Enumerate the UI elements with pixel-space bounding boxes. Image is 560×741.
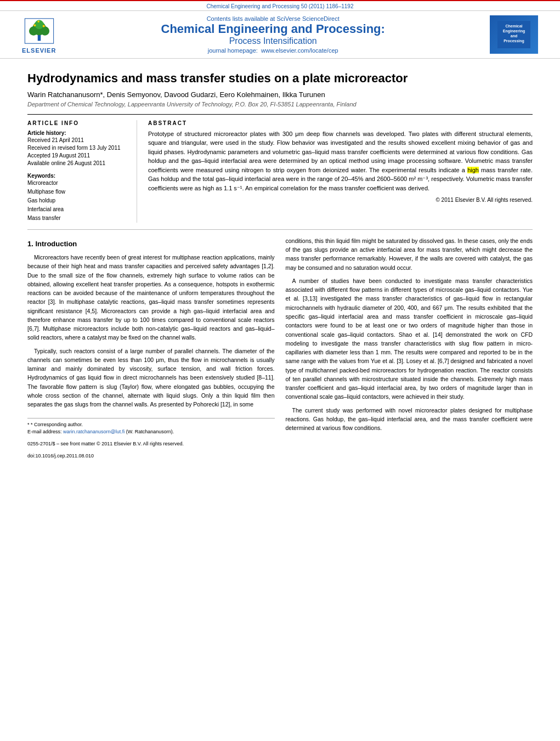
intro-para-4: A number of studies have been conducted …	[286, 276, 533, 401]
abstract-col: ABSTRACT Prototype of structured microre…	[148, 120, 533, 223]
homepage-label: journal homepage:	[208, 47, 258, 54]
bottom-issn: 0255-2701/$ – see front matter © 2011 El…	[27, 440, 275, 448]
article-body: Hydrodynamics and mass transfer studies …	[0, 71, 560, 460]
history-label: Article history:	[27, 130, 129, 136]
article-info-heading: ARTICLE INFO	[27, 120, 129, 126]
keyword-1: Microreactor	[27, 179, 129, 188]
footnote-corresponding: * * Corresponding author.	[27, 421, 275, 429]
footnote-email-name: (W. Ratchananusorn).	[126, 429, 174, 434]
article-title: Hydrodynamics and mass transfer studies …	[27, 71, 533, 86]
accepted-date: Accepted 19 August 2011	[27, 152, 129, 160]
journal-logo-icon: Chemical Engineering and Processing	[497, 21, 530, 48]
article-info-abstract: ARTICLE INFO Article history: Received 2…	[27, 114, 533, 223]
svg-text:Processing: Processing	[504, 39, 524, 43]
main-col-right: conditions, this thin liquid film might …	[286, 236, 533, 460]
intro-para-1: Microreactors have recently been of grea…	[27, 253, 275, 342]
keyword-5: Mass transfer	[27, 214, 129, 223]
journal-homepage: journal homepage: www.elsevier.com/locat…	[56, 47, 490, 54]
article-affiliation: Department of Chemical Technology, Lappe…	[27, 101, 533, 108]
journal-header: ELSEVIER Contents lists available at Sci…	[0, 10, 560, 59]
journal-title-line1: Chemical Engineering and Processing:	[56, 22, 490, 36]
intro-para-3: conditions, this thin liquid film might …	[286, 236, 533, 272]
highlight-high: high	[467, 167, 479, 173]
keyword-4: Interfacial area	[27, 205, 129, 214]
keywords-label: Keywords:	[27, 173, 129, 179]
sciverse-text: Contents lists available at SciVerse Sci…	[56, 15, 490, 22]
homepage-url[interactable]: www.elsevier.com/locate/cep	[261, 47, 338, 54]
svg-text:Engineering: Engineering	[503, 29, 525, 33]
received-revised-date: Received in revised form 13 July 2011	[27, 144, 129, 152]
section1-title: 1. Introduction	[27, 239, 275, 250]
article-authors: Warin Ratchananusorn*, Denis Semyonov, D…	[27, 90, 533, 99]
intro-para-5: The current study was performed with nov…	[286, 406, 533, 433]
svg-point-8	[42, 25, 44, 27]
copyright-text: © 2011 Elsevier B.V. All rights reserved…	[148, 197, 533, 203]
elsevier-text: ELSEVIER	[22, 47, 56, 54]
journal-logo-box: Chemical Engineering and Processing	[490, 15, 538, 54]
bottom-doi: doi:10.1016/j.cep.2011.08.010	[27, 452, 275, 460]
main-body-columns: 1. Introduction Microreactors have recen…	[27, 229, 533, 460]
article-info-col: ARTICLE INFO Article history: Received 2…	[27, 120, 137, 223]
journal-top-bar: Chemical Engineering and Processing 50 (…	[0, 0, 560, 10]
main-col-left: 1. Introduction Microreactors have recen…	[27, 236, 275, 460]
available-date: Available online 26 August 2011	[27, 160, 129, 167]
svg-point-7	[33, 24, 36, 26]
footnote-area: * * Corresponding author. E-mail address…	[27, 418, 275, 437]
journal-citation: Chemical Engineering and Processing 50 (…	[207, 3, 354, 9]
keyword-3: Gas holdup	[27, 196, 129, 205]
journal-center-info: Contents lists available at SciVerse Sci…	[56, 15, 490, 54]
svg-text:Chemical: Chemical	[505, 24, 522, 28]
intro-para-2: Typically, such reactors consist of a la…	[27, 347, 275, 409]
abstract-text: Prototype of structured microreactor pla…	[148, 129, 533, 193]
svg-rect-2	[37, 35, 41, 41]
page: Chemical Engineering and Processing 50 (…	[0, 0, 560, 741]
footnote-email-address[interactable]: warin.ratchananusorn@lut.fi	[63, 429, 125, 434]
email-label: E-mail address:	[27, 429, 62, 434]
footnote-email: E-mail address: warin.ratchananusorn@lut…	[27, 428, 275, 436]
footnote-corresponding-label: * Corresponding author.	[31, 422, 83, 427]
elsevier-tree-icon	[24, 16, 54, 46]
svg-point-9	[37, 20, 39, 22]
svg-text:and: and	[511, 34, 517, 38]
abstract-heading: ABSTRACT	[148, 120, 533, 126]
elsevier-logo: ELSEVIER	[22, 16, 56, 54]
keyword-2: Multiphase flow	[27, 188, 129, 196]
received-date: Received 21 April 2011	[27, 137, 129, 144]
journal-title-line2: Process Intensification	[56, 36, 490, 46]
